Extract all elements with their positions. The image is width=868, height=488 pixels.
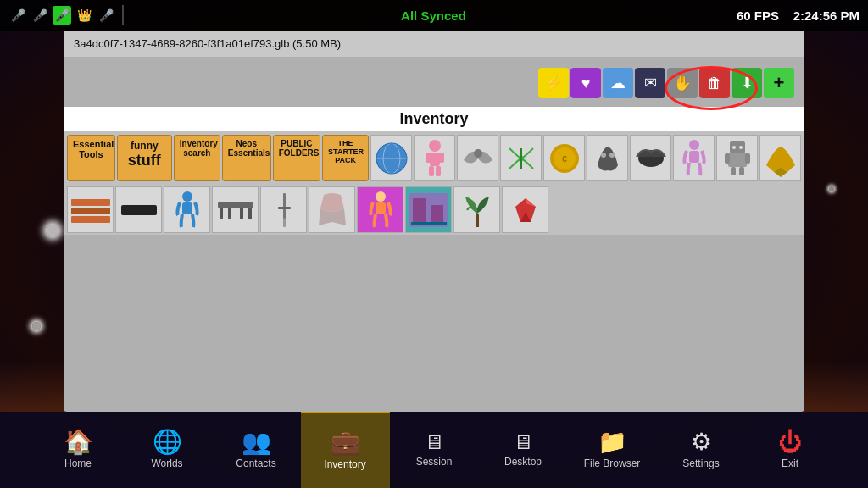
- item-weapon[interactable]: [260, 186, 307, 233]
- item-scene[interactable]: [405, 186, 452, 233]
- heart-button[interactable]: ♥: [570, 68, 601, 98]
- item-figure-blue[interactable]: [164, 186, 210, 233]
- folder-neos-essentials[interactable]: NeosEssentials: [222, 135, 271, 181]
- svg-rect-42: [283, 219, 286, 227]
- nav-desktop[interactable]: 🖥 Desktop: [479, 412, 568, 488]
- svg-rect-46: [413, 198, 426, 222]
- mic-icons: 🎤 🎤 🎤 👑 🎤: [8, 6, 115, 25]
- item-bird[interactable]: [457, 135, 498, 181]
- nav-settings[interactable]: ⚙ Settings: [657, 412, 746, 488]
- inventory-panel: Inventory EssentialTools funny stuff inv…: [64, 107, 804, 235]
- folder-essential-tools[interactable]: EssentialTools: [67, 135, 115, 181]
- svg-rect-9: [436, 166, 441, 176]
- nav-filebrowser[interactable]: 📁 File Browser: [568, 412, 657, 488]
- svg-rect-29: [71, 199, 110, 206]
- item-plant[interactable]: [453, 186, 500, 233]
- nav-settings-label: Settings: [682, 458, 719, 469]
- item-robot[interactable]: [716, 135, 758, 181]
- nav-contacts-label: Contacts: [236, 458, 275, 469]
- exit-icon: ⏻: [778, 430, 802, 454]
- download-button[interactable]: ⬇: [732, 68, 762, 98]
- item-bird2[interactable]: [630, 135, 671, 181]
- svg-rect-24: [745, 153, 750, 164]
- svg-rect-38: [228, 208, 231, 219]
- svg-rect-6: [426, 152, 431, 163]
- svg-rect-34: [182, 202, 192, 214]
- mail-button[interactable]: ✉: [635, 68, 665, 98]
- folder-public-folders[interactable]: PUBLICFOLDERS: [273, 135, 320, 181]
- svg-point-27: [732, 146, 736, 149]
- fps: 60 FPS: [737, 8, 779, 23]
- plus-button[interactable]: +: [764, 68, 794, 98]
- nav-filebrowser-label: File Browser: [584, 458, 641, 469]
- mic-icon-4[interactable]: 🎤: [97, 6, 115, 25]
- item-gem[interactable]: [502, 186, 548, 233]
- divider: [122, 5, 124, 25]
- hand-button[interactable]: ✋: [667, 68, 698, 98]
- bolt-button[interactable]: ⚡: [538, 68, 569, 98]
- item-globe[interactable]: [370, 135, 412, 181]
- svg-rect-49: [476, 214, 479, 227]
- nav-home[interactable]: 🏠 Home: [34, 412, 123, 488]
- mic-icon-1[interactable]: 🎤: [8, 6, 27, 25]
- home-icon: 🏠: [64, 430, 93, 454]
- item-figure2[interactable]: [673, 135, 715, 181]
- svg-point-33: [182, 191, 192, 202]
- settings-icon: ⚙: [691, 430, 712, 454]
- mic-icon-2[interactable]: 🎤: [31, 6, 49, 25]
- nav-session-label: Session: [416, 456, 453, 468]
- item-black-shape[interactable]: [115, 186, 162, 233]
- file-info: 3a4dc0f7-1347-4689-8260-f3f1a01ef793.glb…: [64, 30, 804, 57]
- svg-rect-23: [725, 153, 730, 164]
- nav-inventory[interactable]: 💼 Inventory: [301, 412, 390, 488]
- cloud-button[interactable]: ☁: [603, 68, 633, 98]
- top-bar: 🎤 🎤 🎤 👑 🎤 All Synced 60 FPS 2:24:56 PM: [0, 0, 868, 30]
- svg-rect-22: [728, 153, 747, 167]
- nav-contacts[interactable]: 👥 Contacts: [212, 412, 301, 488]
- svg-point-19: [689, 140, 699, 150]
- bottom-nav: 🏠 Home 🌐 Worlds 👥 Contacts 💼 Inventory 🖥…: [0, 412, 868, 488]
- svg-point-43: [376, 191, 386, 202]
- svg-rect-8: [429, 166, 434, 176]
- folder-funny-stuff[interactable]: funny stuff: [117, 135, 172, 181]
- item-creature[interactable]: [587, 135, 628, 181]
- svg-rect-7: [439, 152, 444, 163]
- folder-starter-pack[interactable]: THESTARTERPACK: [322, 135, 369, 181]
- svg-point-4: [429, 140, 441, 152]
- filebrowser-icon: 📁: [598, 430, 627, 454]
- file-name: 3a4dc0f7-1347-4689-8260-f3f1a01ef793.glb…: [74, 37, 341, 50]
- session-icon: 🖥: [424, 432, 444, 452]
- item-cloth[interactable]: [309, 186, 355, 233]
- worlds-icon: 🌐: [153, 430, 182, 454]
- svg-point-17: [609, 152, 615, 158]
- item-gold[interactable]: [760, 135, 801, 181]
- mic-icon-3-active[interactable]: 🎤: [53, 6, 71, 25]
- svg-rect-35: [218, 202, 253, 208]
- nav-session[interactable]: 🖥 Session: [390, 412, 479, 488]
- crown-icon[interactable]: 👑: [75, 6, 93, 25]
- svg-rect-47: [431, 205, 443, 222]
- item-coin[interactable]: ¢: [543, 135, 585, 181]
- nav-worlds[interactable]: 🌐 Worlds: [123, 412, 212, 488]
- folder-row: EssentialTools funny stuff inventorysear…: [64, 131, 804, 185]
- action-buttons: ⚡ ♥ ☁ ✉ ✋ 🗑 ⬇ +: [538, 68, 794, 98]
- svg-rect-26: [739, 167, 744, 175]
- desktop-icon: 🖥: [513, 432, 533, 452]
- nav-exit[interactable]: ⏻ Exit: [746, 412, 835, 488]
- item-figure-pink[interactable]: [414, 135, 455, 181]
- sync-status: All Synced: [131, 8, 737, 23]
- item-figure-purple[interactable]: [357, 186, 403, 233]
- folder-inventory-search[interactable]: inventorysearch: [174, 135, 220, 181]
- main-window: 3a4dc0f7-1347-4689-8260-f3f1a01ef793.glb…: [64, 30, 804, 412]
- svg-rect-20: [689, 151, 699, 163]
- svg-rect-48: [411, 222, 447, 225]
- item-dragonfly[interactable]: [500, 135, 542, 181]
- items-row-2: [64, 185, 804, 235]
- nav-worlds-label: Worlds: [151, 458, 182, 469]
- item-bench[interactable]: [212, 186, 259, 233]
- nav-inventory-label: Inventory: [324, 458, 365, 470]
- svg-rect-31: [71, 216, 110, 223]
- svg-rect-21: [730, 141, 745, 153]
- trash-button[interactable]: 🗑: [699, 68, 730, 98]
- item-planks[interactable]: [67, 186, 114, 233]
